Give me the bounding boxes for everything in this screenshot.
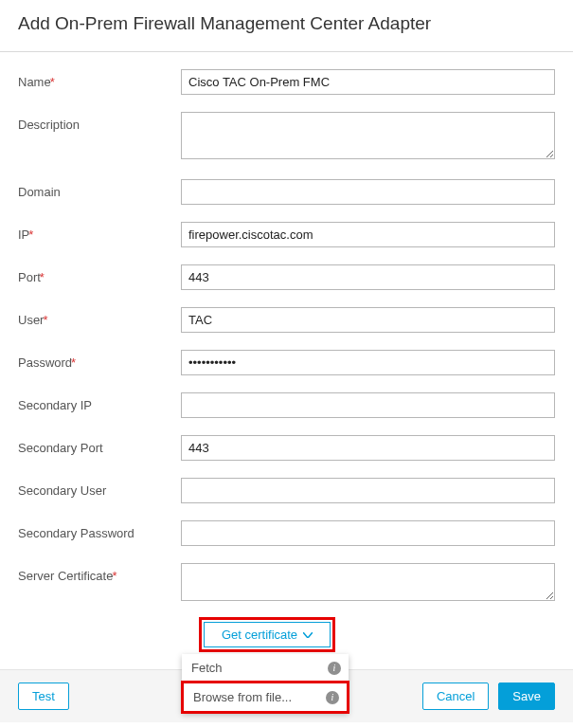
label-domain: Domain	[18, 179, 181, 199]
label-server-certificate: Server Certificate*	[18, 563, 181, 583]
save-button[interactable]: Save	[498, 682, 555, 710]
label-name: Name*	[18, 69, 181, 89]
label-description: Description	[18, 112, 181, 132]
server-certificate-textarea[interactable]	[181, 563, 555, 601]
menu-item-browse-label: Browse from file...	[193, 690, 292, 704]
get-certificate-button[interactable]: Get certificate	[204, 622, 331, 647]
label-secondary-ip: Secondary IP	[18, 392, 181, 412]
info-icon: i	[328, 662, 341, 675]
page-title: Add On-Prem Firewall Management Center A…	[0, 0, 573, 52]
name-input[interactable]	[181, 69, 555, 95]
secondary-ip-input[interactable]	[181, 392, 555, 418]
domain-input[interactable]	[181, 179, 555, 205]
user-input[interactable]	[181, 307, 555, 333]
label-user: User*	[18, 307, 181, 327]
secondary-user-input[interactable]	[181, 478, 555, 503]
menu-item-fetch[interactable]: Fetch i	[182, 654, 349, 682]
form: Name* Description Domain IP* Port* User*…	[0, 52, 573, 652]
get-certificate-highlight: Get certificate	[199, 617, 335, 652]
label-secondary-user: Secondary User	[18, 478, 181, 498]
get-certificate-label: Get certificate	[222, 628, 297, 642]
password-input[interactable]	[181, 350, 555, 375]
secondary-password-input[interactable]	[181, 520, 555, 546]
cancel-button[interactable]: Cancel	[422, 682, 489, 710]
chevron-down-icon	[303, 632, 313, 638]
secondary-port-input[interactable]	[181, 435, 555, 461]
info-icon: i	[326, 691, 339, 704]
test-button[interactable]: Test	[18, 682, 69, 710]
description-textarea[interactable]	[181, 112, 555, 159]
get-certificate-menu: Fetch i Browse from file... i	[182, 654, 349, 713]
label-ip: IP*	[18, 222, 181, 242]
menu-item-fetch-label: Fetch	[191, 661, 223, 675]
label-secondary-password: Secondary Password	[18, 520, 181, 540]
label-port: Port*	[18, 264, 181, 284]
menu-item-browse[interactable]: Browse from file... i	[181, 681, 349, 714]
label-password: Password*	[18, 350, 181, 370]
port-input[interactable]	[181, 264, 555, 290]
label-secondary-port: Secondary Port	[18, 435, 181, 455]
ip-input[interactable]	[181, 222, 555, 247]
